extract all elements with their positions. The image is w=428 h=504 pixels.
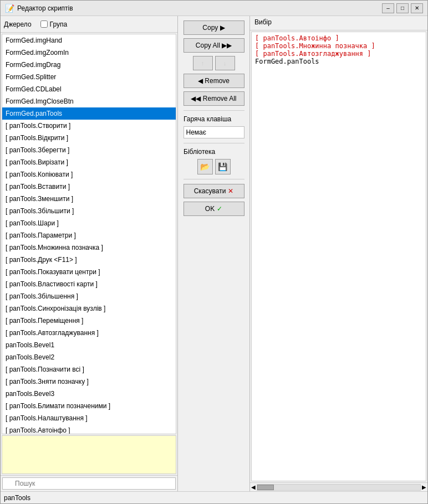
list-item[interactable]: [ panTools.Збільшити ]	[2, 205, 176, 217]
selection-list: [ panTools.Автоінфо ][ panTools.Множинна…	[251, 32, 426, 481]
scroll-left-arrow[interactable]: ◀	[251, 484, 256, 490]
list-item[interactable]: FormGed.ImgCloseBtn	[2, 95, 176, 107]
status-text: panTools	[4, 494, 30, 502]
search-wrapper: 🔍	[2, 477, 176, 490]
main-content: Джерело Група FormGed.imgHandFormGed.img…	[1, 16, 427, 491]
window-icon: 📝	[5, 4, 14, 13]
horizontal-scrollbar[interactable]	[257, 484, 421, 491]
list-item[interactable]: [ panTools.Позначити всі ]	[2, 363, 176, 376]
list-item[interactable]: [ panTools.Автозгладжування ]	[2, 327, 176, 339]
horizontal-scrollbar-container: ◀ ▶	[250, 482, 427, 491]
list-item[interactable]: FormGed.imgHand	[2, 34, 176, 47]
list-item[interactable]: panTools.Bevel3	[2, 388, 176, 400]
left-header: Джерело Група	[1, 16, 177, 33]
list-item[interactable]: [ panTools.Налаштування ]	[2, 412, 176, 424]
selection-item: [ panTools.Автозгладжування ]	[255, 50, 422, 58]
right-header-label: Вибір	[254, 18, 272, 26]
list-item[interactable]: FormGed.Splitter	[2, 71, 176, 83]
left-panel: Джерело Група FormGed.imgHandFormGed.img…	[1, 16, 178, 491]
group-label: Група	[50, 20, 68, 28]
list-item[interactable]: [ panTools.Параметри ]	[2, 229, 176, 241]
selection-item: [ panTools.Автоінфо ]	[255, 34, 422, 42]
remove-label: ◀ Remove	[198, 77, 230, 85]
scrollbar-thumb	[257, 485, 274, 490]
close-button[interactable]: ✕	[411, 3, 423, 13]
list-item[interactable]: FormGed.imgZoomIn	[2, 47, 176, 59]
list-item[interactable]: [ panTools.Друк <F11> ]	[2, 254, 176, 266]
list-item[interactable]: [ panTools.Зменшити ]	[2, 193, 176, 205]
scroll-right-arrow[interactable]: ▶	[422, 484, 426, 490]
list-item[interactable]: [ panTools.Множинна позначка ]	[2, 241, 176, 254]
search-area: 🔍	[1, 475, 177, 491]
copy-label: Copy ▶	[202, 24, 225, 32]
copy-button[interactable]: Copy ▶	[184, 20, 244, 35]
search-input[interactable]	[2, 477, 176, 490]
right-header: Вибір	[250, 16, 427, 30]
list-item[interactable]: [ panTools.Переміщення ]	[2, 315, 176, 327]
ok-icon: ✓	[217, 205, 222, 213]
divider-3	[184, 179, 244, 179]
list-item[interactable]: [ panTools.Створити ]	[2, 120, 176, 132]
selection-item: [ panTools.Множинна позначка ]	[255, 42, 422, 50]
move-up-button[interactable]: ↑	[193, 56, 213, 70]
hotkey-section-label: Гаряча клавіша	[184, 115, 231, 123]
window-controls: – □ ✕	[382, 3, 423, 13]
list-item[interactable]: panTools.Bevel1	[2, 339, 176, 351]
copy-all-label: Copy All ▶▶	[196, 42, 232, 49]
library-icons: 📂 💾	[197, 159, 231, 174]
window-title: Редактор скриптів	[17, 4, 382, 12]
divider-1	[184, 110, 244, 111]
list-item[interactable]: FormGed.imgDrag	[2, 59, 176, 71]
right-panel: Вибір [ panTools.Автоінфо ][ panTools.Мн…	[250, 16, 427, 491]
list-item[interactable]: [ panTools.Властивості карти ]	[2, 278, 176, 290]
divider-2	[184, 143, 244, 143]
list-item[interactable]: [ panTools.Збільшення ]	[2, 290, 176, 302]
list-item[interactable]: [ panTools.Зберегти ]	[2, 144, 176, 156]
remove-button[interactable]: ◀ Remove	[184, 74, 244, 88]
list-item[interactable]: [ panTools.Показувати центри ]	[2, 266, 176, 278]
group-checkbox[interactable]	[40, 20, 48, 28]
ok-button[interactable]: OK ✓	[184, 202, 244, 216]
list-item[interactable]: [ panTools.Зняти позначку ]	[2, 376, 176, 388]
move-down-button[interactable]: ↓	[215, 56, 235, 70]
cancel-button[interactable]: Скасувати ✕	[184, 184, 244, 198]
list-item[interactable]: panTools.Bevel2	[2, 351, 176, 363]
cancel-icon: ✕	[228, 187, 233, 195]
minimize-button[interactable]: –	[382, 3, 394, 13]
script-list[interactable]: FormGed.imgHandFormGed.imgZoomInFormGed.…	[2, 34, 176, 434]
main-window: 📝 Редактор скриптів – □ ✕ Джерело Група …	[0, 0, 428, 504]
cancel-label: Скасувати	[194, 187, 226, 195]
source-label: Джерело	[4, 20, 32, 28]
list-item[interactable]: FormGed.panTools	[2, 107, 176, 120]
list-item[interactable]: [ panTools.Відкрити ]	[2, 132, 176, 144]
lib-save-button[interactable]: 💾	[215, 159, 231, 174]
ok-label: OK	[205, 205, 215, 213]
list-item[interactable]: [ panTools.Блимати позначеними ]	[2, 400, 176, 412]
list-item[interactable]: [ panTools.Автоінфо ]	[2, 424, 176, 434]
copy-all-button[interactable]: Copy All ▶▶	[184, 38, 244, 53]
hotkey-input[interactable]	[184, 126, 244, 138]
preview-area	[2, 435, 176, 474]
list-item[interactable]: FormGed.CDLabel	[2, 83, 176, 95]
list-item[interactable]: [ panTools.Вирізати ]	[2, 156, 176, 168]
lib-open-button[interactable]: 📂	[197, 159, 213, 174]
up-down-buttons: ↑ ↓	[193, 56, 235, 70]
selection-item: FormGed.panTools	[255, 58, 422, 65]
group-checkbox-container: Група	[40, 20, 68, 28]
status-bar: panTools	[1, 491, 427, 503]
list-item[interactable]: [ panTools.Шари ]	[2, 217, 176, 229]
library-section-label: Бібліотека	[184, 148, 215, 156]
maximize-button[interactable]: □	[396, 3, 409, 13]
title-bar: 📝 Редактор скриптів – □ ✕	[1, 1, 427, 16]
list-item[interactable]: [ panTools.Копіювати ]	[2, 168, 176, 181]
remove-all-button[interactable]: ◀◀ Remove All	[184, 91, 244, 106]
remove-all-label: ◀◀ Remove All	[191, 95, 236, 102]
list-item[interactable]: [ panTools.Синхронізація вузлів ]	[2, 302, 176, 315]
list-item[interactable]: [ panTools.Вставити ]	[2, 181, 176, 193]
middle-panel: Copy ▶ Copy All ▶▶ ↑ ↓ ◀ Remove ◀◀ Remov…	[178, 16, 250, 491]
